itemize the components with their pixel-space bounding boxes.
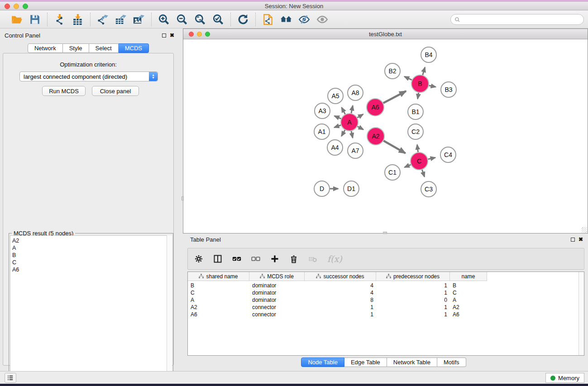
node-C2[interactable]: C2 xyxy=(408,124,423,139)
cell-successor-nodes[interactable]: 1 xyxy=(305,304,376,311)
edge-A-A6[interactable] xyxy=(357,114,363,118)
table-tab-motifs[interactable]: Motifs xyxy=(437,357,466,367)
cell-name[interactable]: A6 xyxy=(450,311,487,318)
search-input[interactable] xyxy=(463,16,583,23)
save-button[interactable] xyxy=(28,13,42,26)
node-A4[interactable]: A4 xyxy=(327,140,343,155)
houses-button[interactable] xyxy=(279,13,293,26)
run-mcds-button[interactable]: Run MCDS xyxy=(42,86,86,96)
node-B2[interactable]: B2 xyxy=(385,63,400,79)
cell-name[interactable]: C xyxy=(450,289,487,296)
node-C4[interactable]: C4 xyxy=(440,147,456,162)
close-window-button[interactable] xyxy=(5,4,10,9)
column-header-predecessor-nodes[interactable]: predecessor nodes xyxy=(376,272,450,281)
cell-successor-nodes[interactable]: 4 xyxy=(305,282,376,289)
edge-B-B4[interactable] xyxy=(423,67,425,75)
table-row[interactable]: A6connector11A6 xyxy=(188,311,487,318)
new-network-from-file-button[interactable] xyxy=(261,13,275,26)
close-panel-icon[interactable]: ✖ xyxy=(170,32,174,38)
cell-MCDS-role[interactable]: connector xyxy=(249,311,305,318)
open-folder-button[interactable] xyxy=(10,13,24,26)
edge-C-C2[interactable] xyxy=(417,145,418,152)
refresh-button[interactable] xyxy=(236,13,250,26)
search-field[interactable] xyxy=(450,14,584,25)
table-float-icon[interactable] xyxy=(571,238,575,242)
edge-A2-C[interactable] xyxy=(383,141,405,153)
cell-name[interactable]: A xyxy=(450,296,487,304)
node-A5[interactable]: A5 xyxy=(328,88,343,104)
splitter-handle-vertical[interactable] xyxy=(182,196,184,200)
cell-MCDS-role[interactable]: dominator xyxy=(249,289,305,296)
result-item[interactable]: A2 xyxy=(12,237,167,244)
node-B[interactable]: B xyxy=(411,75,429,92)
network-close-button[interactable] xyxy=(189,32,194,37)
cell-name[interactable]: B xyxy=(450,282,487,289)
tab-select[interactable]: Select xyxy=(89,43,119,53)
table-tab-edge-table[interactable]: Edge Table xyxy=(344,357,387,367)
import-table-button[interactable] xyxy=(71,13,85,26)
node-A6[interactable]: A6 xyxy=(367,99,384,116)
gear-button[interactable] xyxy=(194,254,203,263)
edge-C-C3[interactable] xyxy=(422,170,424,177)
edge-A-A1[interactable] xyxy=(334,125,341,128)
node-D1[interactable]: D1 xyxy=(344,181,359,196)
cell-successor-nodes[interactable]: 4 xyxy=(305,289,376,296)
show-eye-button[interactable] xyxy=(316,13,329,26)
mcds-result-list[interactable]: A2ABCA6 xyxy=(10,235,167,385)
node-B3[interactable]: B3 xyxy=(441,82,456,97)
node-B4[interactable]: B4 xyxy=(421,47,436,62)
table-close-icon[interactable]: ✖ xyxy=(578,236,583,243)
table-scrollbar[interactable] xyxy=(578,272,584,355)
resize-grip-icon[interactable] xyxy=(582,227,587,233)
zoom-selected-button[interactable] xyxy=(211,13,225,26)
cell-shared-name[interactable]: A2 xyxy=(188,304,249,311)
show-panels-button[interactable] xyxy=(5,373,16,383)
cell-predecessor-nodes[interactable]: 1 xyxy=(376,282,450,289)
table-row[interactable]: Cdominator41C xyxy=(188,289,487,296)
network-graph[interactable]: B4B2BB3B1A5A8A6A3AA1A2C2A4A7CC4C1C3DD1 xyxy=(183,39,588,233)
criterion-dropdown[interactable]: largest connected component (directed) ▲… xyxy=(19,71,158,81)
network-window-titlebar[interactable]: testGlobe.txt xyxy=(183,29,588,39)
export-image-button[interactable] xyxy=(132,13,146,26)
cell-successor-nodes[interactable]: 8 xyxy=(305,296,376,304)
cell-successor-nodes[interactable]: 1 xyxy=(305,311,376,318)
float-panel-icon[interactable] xyxy=(162,33,166,38)
edge-A-A8[interactable] xyxy=(351,105,353,113)
network-minimize-button[interactable] xyxy=(197,32,202,37)
delete-button[interactable] xyxy=(289,254,298,263)
result-item[interactable]: A6 xyxy=(12,266,167,273)
column-header-successor-nodes[interactable]: successor nodes xyxy=(305,272,376,281)
node-C1[interactable]: C1 xyxy=(385,165,400,180)
cell-shared-name[interactable]: A6 xyxy=(188,311,249,318)
network-zoom-button[interactable] xyxy=(205,32,210,37)
edge-A-A5[interactable] xyxy=(342,108,345,114)
zoom-out-button[interactable] xyxy=(175,13,189,26)
tab-style[interactable]: Style xyxy=(63,43,89,53)
edge-C-C1[interactable] xyxy=(405,165,411,167)
import-network-button[interactable] xyxy=(53,13,67,26)
cell-predecessor-nodes[interactable]: 0 xyxy=(376,296,450,304)
column-header-shared-name[interactable]: shared name xyxy=(188,272,249,281)
node-table[interactable]: shared nameMCDS rolesuccessor nodesprede… xyxy=(187,272,584,356)
zoom-fit-button[interactable] xyxy=(193,13,207,26)
cell-MCDS-role[interactable]: dominator xyxy=(249,296,305,304)
edge-A-A3[interactable] xyxy=(335,116,341,119)
table-row[interactable]: A2connector11A2 xyxy=(188,304,487,311)
node-A[interactable]: A xyxy=(341,114,358,131)
result-scrollbar[interactable] xyxy=(167,235,172,385)
column-header-MCDS-role[interactable]: MCDS role xyxy=(249,272,305,281)
result-item[interactable]: B xyxy=(12,252,167,259)
deselect-all-button[interactable] xyxy=(251,254,260,263)
hide-eye-button[interactable] xyxy=(297,13,311,26)
zoom-in-button[interactable] xyxy=(157,13,171,26)
edge-A-A7[interactable] xyxy=(351,131,353,138)
export-network-button[interactable] xyxy=(96,13,110,26)
node-A3[interactable]: A3 xyxy=(315,103,330,119)
network-canvas[interactable]: B4B2BB3B1A5A8A6A3AA1A2C2A4A7CC4C1C3DD1 xyxy=(183,39,588,233)
node-A7[interactable]: A7 xyxy=(348,143,363,158)
edge-A6-B[interactable] xyxy=(383,91,406,103)
result-item[interactable]: C xyxy=(12,259,167,266)
columns-button[interactable] xyxy=(213,254,222,263)
result-item[interactable]: A xyxy=(12,244,167,252)
select-all-button[interactable] xyxy=(232,254,241,263)
